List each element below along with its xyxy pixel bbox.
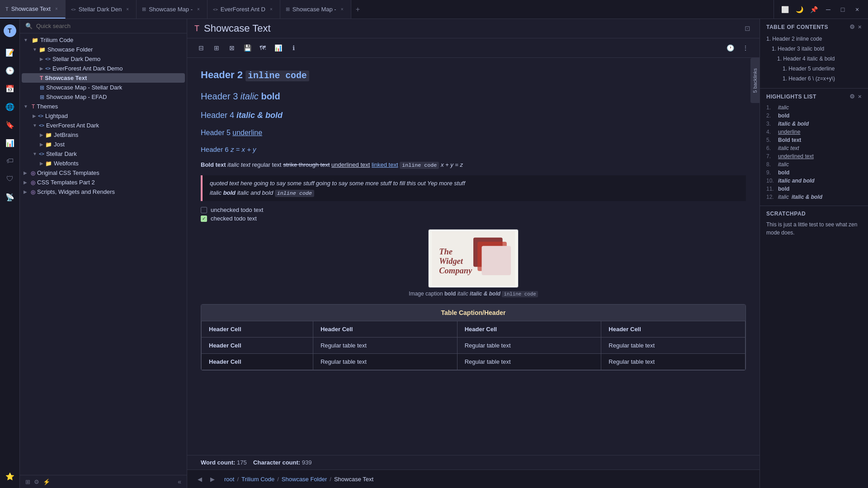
tab-label-3: Showcase Map - [149,6,193,13]
toolbar-btn-map[interactable]: 🗺 [256,41,269,55]
minimize-icon[interactable]: ─ [822,3,835,16]
highlight-item-3[interactable]: 3.italic & bold [766,120,862,128]
toolbar-btn-info[interactable]: ℹ [287,41,300,55]
tree-item-trilium-code[interactable]: ▼ 📁 Trilium Code [22,35,185,45]
toc-settings-icon[interactable]: ⚙ [849,23,855,30]
sidebar-icon-graph[interactable]: 📊 [2,135,18,151]
tab-stellar-dark[interactable]: <> Stellar Dark Den × [66,0,137,19]
nav-forward[interactable]: ▶ [207,474,218,484]
tab-showcase-map-2[interactable]: ⊞ Showcase Map - × [280,0,351,19]
highlights-close-icon[interactable]: × [858,93,862,100]
highlight-item-6[interactable]: 6.italic text [766,144,862,152]
tree-item-css-templates2[interactable]: ▶ ◎ CSS Templates Part 2 [22,178,185,187]
tree-item-themes[interactable]: ▼ T Themes [22,102,185,111]
toolbar-btn-indent[interactable]: ⊞ [210,41,223,55]
tree-item-everforest-ant-dark[interactable]: ▼ <> EverForest Ant Dark [22,121,185,130]
sidebar-icon-notes[interactable]: 📝 [2,44,18,61]
toolbar-btn-save[interactable]: 💾 [241,41,254,55]
tab-showcase-text[interactable]: T Showcase Text × [0,0,66,19]
add-tab-button[interactable]: + [351,0,364,19]
file-tree-actions[interactable]: ⊞ ⚙ ⚡ [25,479,50,485]
toolbar: ⊟ ⊞ ⊠ 💾 🗺 📊 ℹ 🕐 ⋮ [187,38,760,58]
sidebar-icon-recent[interactable]: 🕒 [2,62,18,79]
checkbox-checked[interactable]: ✓ [201,216,207,222]
tab-close-3[interactable]: × [195,6,202,13]
highlight-item-10[interactable]: 10.italic and bold [766,177,862,185]
highlight-item-5[interactable]: 5.Bold text [766,136,862,144]
sidebar-icon-calendar[interactable]: 📅 [2,80,18,97]
highlight-item-8[interactable]: 8.italic [766,160,862,169]
toolbar-btn-outdent[interactable]: ⊠ [225,41,239,55]
para-linked[interactable]: linked text [372,161,398,168]
expand-icon[interactable]: ⊡ [743,23,752,34]
toolbar-btn-history[interactable]: 🕐 [723,41,737,55]
highlight-item-4[interactable]: 4.underline [766,128,862,136]
config-icon[interactable]: ⚡ [43,479,50,485]
tab-close-4[interactable]: × [268,6,274,13]
nav-back[interactable]: ◀ [194,474,205,484]
tree-item-showcase-map-stellar[interactable]: ⊞ Showcase Map - Stellar Dark [22,83,185,92]
backlinks-ribbon[interactable]: 5 backlinks [750,58,760,103]
tree-item-lightpad[interactable]: ▶ <> Lightpad [22,111,185,121]
highlights-settings-icon[interactable]: ⚙ [849,93,855,100]
tree-item-stellar-dark[interactable]: ▼ <> Stellar Dark [22,149,185,159]
bc-trilium-code[interactable]: Trilium Code [241,476,274,483]
tree-item-webfonts[interactable]: ▶ 📁 Webfonts [22,159,185,168]
tree-item-showcase-text[interactable]: T Showcase Text [22,73,185,83]
sidebar-icon-shield[interactable]: 🛡 [2,171,18,187]
scratchpad-input[interactable] [766,221,862,480]
tree-item-scripts[interactable]: ▶ ◎ Scripts, Widgets and Renders [22,187,185,197]
bc-root[interactable]: root [224,476,234,483]
toc-item-2[interactable]: 1. Header 3 italic bold [772,44,862,54]
tree-item-jetbrains[interactable]: ▶ 📁 JetBrains [22,130,185,140]
checkbox-unchecked[interactable] [201,207,207,213]
close-icon[interactable]: × [851,3,863,16]
monitor-icon[interactable]: ⬜ [778,3,791,16]
toc-close-icon[interactable]: × [858,23,862,30]
highlight-item-11[interactable]: 11.bold [766,185,862,193]
tree-label: Scripts, Widgets and Renders [37,188,181,195]
highlight-item-2[interactable]: 2.bold [766,112,862,120]
toc-item-4[interactable]: 1. Header 5 underline [783,64,862,74]
toc-item-3[interactable]: 1. Header 4 italic & bold [777,54,862,64]
toc-item-1[interactable]: 1. Header 2 inline code [766,34,862,44]
tab-close-1[interactable]: × [53,6,60,12]
pin-icon[interactable]: 📌 [807,3,820,16]
table-row-2: Header Cell Regular table text Regular t… [202,354,745,370]
collapse-sidebar-icon[interactable]: « [178,478,181,485]
tab-close-5[interactable]: × [339,6,345,13]
tree-item-jost[interactable]: ▶ 📁 Jost [22,140,185,149]
tree-item-showcase-map-efad[interactable]: ⊞ Showcase Map - EFAD [22,92,185,102]
tab-showcase-map-1[interactable]: ⊞ Showcase Map - × [137,0,208,19]
tab-close-2[interactable]: × [124,6,131,13]
highlights-actions: ⚙ × [849,93,862,100]
sidebar-icon-star[interactable]: ⭐ [2,468,18,484]
sidebar-icon-bookmark[interactable]: 🔖 [2,117,18,133]
toolbar-btn-align[interactable]: ⊟ [194,41,208,55]
highlight-item-1[interactable]: 1.italic [766,103,862,112]
toolbar-btn-more[interactable]: ⋮ [739,41,752,55]
highlight-item-9[interactable]: 9.bold [766,169,862,177]
tab-everforest[interactable]: <> EverForest Ant D × [208,0,280,19]
file-tree-bottom: ⊞ ⚙ ⚡ « [20,475,187,488]
tab-icon-text: T [5,6,9,12]
maximize-icon[interactable]: □ [836,3,849,16]
search-input[interactable] [36,23,181,29]
tree-label: Trilium Code [40,37,181,43]
toc-item-5[interactable]: 1. Header 6 \ (z=x+y\) [783,74,862,84]
toolbar-btn-chart[interactable]: 📊 [271,41,285,55]
highlight-item-7[interactable]: 7.underlined text [766,152,862,160]
tree-item-original-css[interactable]: ▶ ◎ Original CSS Templates [22,168,185,178]
tree-item-everforest-demo[interactable]: ▶ <> EverForest Ant Dark Demo [22,64,185,73]
layers-icon[interactable]: ⊞ [25,479,30,485]
sidebar-icon-tag[interactable]: 🏷 [2,153,18,169]
chevron-icon: ▶ [40,142,43,147]
tree-item-stellar-dark-demo[interactable]: ▶ <> Stellar Dark Demo [22,54,185,64]
dark-mode-icon[interactable]: 🌙 [793,3,806,16]
settings-icon[interactable]: ⚙ [34,479,39,485]
tree-item-showcase-folder[interactable]: ▼ 📁 Showcase Folder [22,45,185,54]
sidebar-icon-globe[interactable]: 🌐 [2,99,18,115]
highlight-item-12[interactable]: 12. italic italic & bold [766,193,862,201]
sidebar-icon-wifi[interactable]: 📡 [2,189,18,205]
bc-showcase-folder[interactable]: Showcase Folder [282,476,327,483]
